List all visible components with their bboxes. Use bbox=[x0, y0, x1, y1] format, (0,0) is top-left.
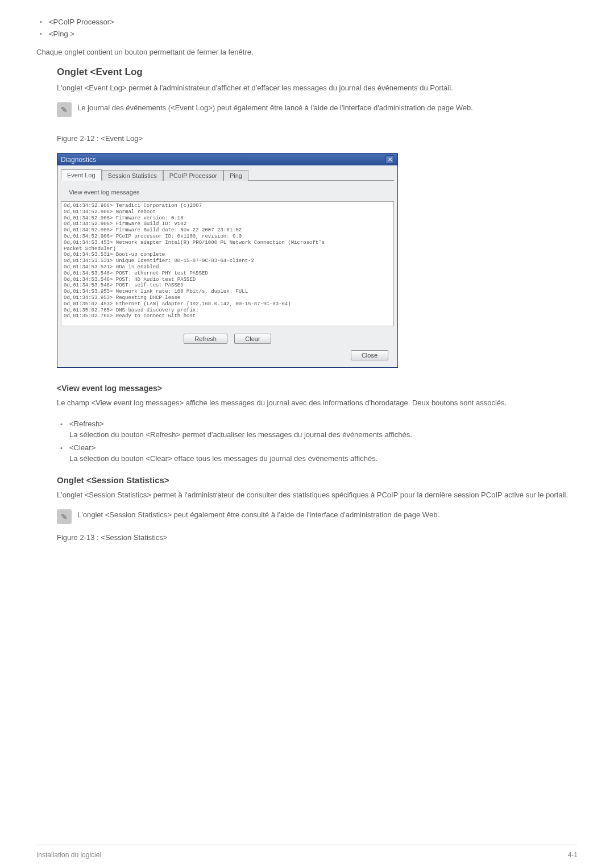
list-item: <PCoIP Processor> bbox=[36, 16, 578, 28]
list-item: <Refresh> La sélection du bouton <Refres… bbox=[57, 417, 578, 441]
tab-event-log[interactable]: Event Log bbox=[61, 169, 102, 181]
tab-ping[interactable]: Ping bbox=[223, 170, 248, 181]
note-icon: ✎ bbox=[57, 102, 72, 117]
note-text: Le journal des événements (<Event Log>) … bbox=[77, 102, 473, 114]
note-row: ✎ L'onglet <Session Statistics> peut éga… bbox=[57, 509, 578, 524]
view-messages-list: <Refresh> La sélection du bouton <Refres… bbox=[57, 417, 578, 465]
diagnostics-body: Event Log Session Statistics PCoIP Proce… bbox=[57, 165, 397, 367]
close-icon[interactable]: ✕ bbox=[385, 155, 394, 164]
note-icon: ✎ bbox=[57, 509, 72, 524]
session-stats-heading: Onglet <Session Statistics> bbox=[57, 475, 578, 485]
figure-caption-2-12: Figure 2-12 : <Event Log> bbox=[36, 134, 578, 143]
note-text: L'onglet <Session Statistics> peut égale… bbox=[77, 509, 439, 521]
tab-row: Event Log Session Statistics PCoIP Proce… bbox=[61, 169, 394, 181]
top-bullet-list: <PCoIP Processor> <Ping > bbox=[36, 16, 578, 40]
event-log-heading: Onglet <Event Log bbox=[57, 67, 578, 78]
session-stats-desc: L'onglet <Session Statistics> permet à l… bbox=[57, 491, 578, 499]
close-row: Close bbox=[61, 346, 394, 364]
view-messages-desc: Le champ <View event log messages> affic… bbox=[57, 398, 578, 407]
page-footer: Installation du logiciel 4-1 bbox=[36, 845, 578, 859]
item-desc: La sélection du bouton <Refresh> permet … bbox=[69, 430, 578, 439]
footer-left: Installation du logiciel bbox=[36, 851, 101, 859]
close-button[interactable]: Close bbox=[351, 350, 388, 360]
diagnostics-titlebar: Diagnostics ✕ bbox=[57, 153, 397, 165]
item-desc: La sélection du bouton <Clear> efface to… bbox=[69, 454, 578, 463]
list-item: <Ping > bbox=[36, 28, 578, 40]
list-item: <Clear> La sélection du bouton <Clear> e… bbox=[57, 441, 578, 465]
event-log-textarea[interactable]: 0d,01:34:52.906> Teradici Corporation (c… bbox=[61, 201, 394, 326]
item-label: <Clear> bbox=[69, 443, 96, 452]
item-label: <Refresh> bbox=[69, 420, 104, 428]
tab-pcoip-processor[interactable]: PCoIP Processor bbox=[163, 170, 223, 181]
button-row: Refresh Clear bbox=[61, 326, 394, 346]
intro-paragraph: Chaque onglet contient un bouton permett… bbox=[36, 48, 578, 56]
refresh-button[interactable]: Refresh bbox=[184, 334, 227, 344]
diagnostics-window: Diagnostics ✕ Event Log Session Statisti… bbox=[57, 153, 398, 368]
clear-button[interactable]: Clear bbox=[234, 334, 271, 344]
window-title: Diagnostics bbox=[61, 156, 96, 164]
view-log-label: View event log messages bbox=[61, 185, 394, 201]
view-messages-heading: <View event log messages> bbox=[57, 384, 578, 393]
event-log-desc: L'onglet <Event Log> permet à l'administ… bbox=[57, 84, 578, 92]
footer-right: 4-1 bbox=[568, 851, 578, 859]
tab-session-statistics[interactable]: Session Statistics bbox=[102, 170, 163, 181]
figure-caption-2-13: Figure 2-13 : <Session Statistics> bbox=[57, 533, 578, 542]
note-row: ✎ Le journal des événements (<Event Log>… bbox=[57, 102, 578, 117]
